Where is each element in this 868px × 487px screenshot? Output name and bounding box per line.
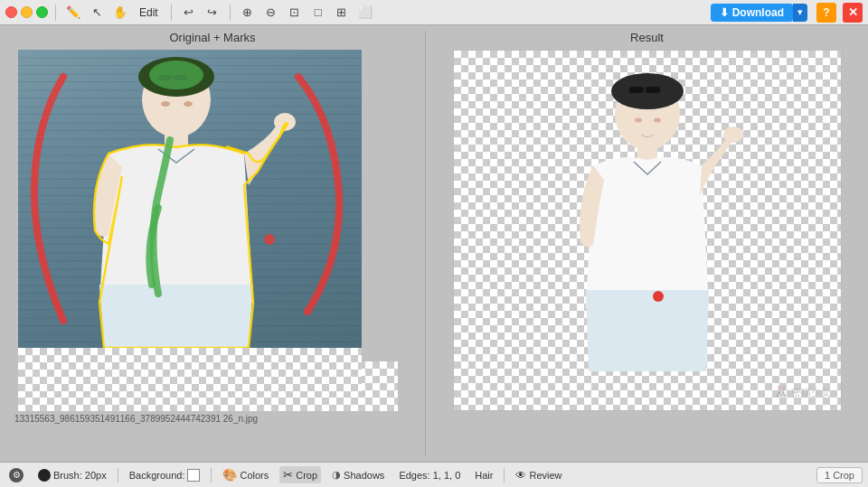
svg-point-12	[264, 234, 275, 245]
brush-label: Brush: 20px	[53, 470, 107, 481]
undo-button[interactable]: ↩	[179, 3, 199, 23]
background-color-swatch[interactable]	[187, 469, 200, 482]
svg-point-20	[654, 118, 661, 123]
shadows-label: Shadows	[344, 470, 384, 481]
grid-tool-button[interactable]: ⊞	[332, 3, 352, 23]
download-dropdown-button[interactable]: ▾	[793, 4, 807, 22]
redo-button[interactable]: ↪	[203, 3, 222, 23]
edges-tool[interactable]: Edges: 1, 1, 0	[395, 468, 464, 482]
review-label: Review	[529, 470, 561, 481]
brush-tool[interactable]: Brush: 20px	[34, 467, 110, 483]
sep1	[118, 468, 118, 482]
sep3	[504, 468, 505, 482]
brush-icon	[38, 469, 51, 482]
svg-rect-16	[646, 87, 660, 93]
edit-menu-button[interactable]: Edit	[134, 5, 164, 21]
bottom-transparent	[18, 348, 362, 393]
red-marks-svg	[18, 50, 362, 348]
download-label: Download	[732, 6, 784, 19]
photo-area	[18, 50, 398, 402]
maximize-traffic-light[interactable]	[36, 6, 48, 18]
close-app-button[interactable]: ✕	[843, 3, 863, 23]
svg-point-18	[723, 126, 743, 143]
crop-tool[interactable]: ✂ Crop	[279, 466, 321, 483]
download-group: ⬇ Download ▾	[711, 4, 807, 22]
crop-label: Crop	[296, 470, 317, 481]
minimize-traffic-light[interactable]	[21, 6, 33, 18]
sep2	[211, 468, 212, 482]
separator2	[171, 5, 172, 21]
hair-tool[interactable]: Hair	[471, 468, 496, 482]
watermark-text: 🐰 密猫少女	[774, 385, 831, 399]
step-crop-label: 1 Crop	[816, 467, 863, 483]
top-toolbar: ✏️ ↖ ✋ Edit ↩ ↪ ⊕ ⊖ ⊡ □ ⊞ ⬜ ⬇ Download ▾…	[0, 0, 868, 25]
left-panel-title: Original + Marks	[170, 31, 256, 44]
bottom-toolbar: ⚙ Brush: 20px Background: 🎨 Colors ✂ Cro…	[0, 462, 868, 487]
right-panel-title: Result	[630, 31, 664, 44]
crop-scissors-icon: ✂	[283, 468, 293, 482]
colors-label: Colors	[240, 470, 269, 481]
download-button[interactable]: ⬇ Download	[711, 4, 793, 22]
help-button[interactable]: ?	[816, 3, 836, 23]
edges-label: Edges: 1, 1, 0	[399, 470, 460, 481]
result-canvas[interactable]: 🐰 密猫少女	[453, 50, 842, 411]
extra-tool-button[interactable]: ⬜	[355, 3, 375, 23]
download-arrow-icon: ⬇	[720, 6, 729, 19]
right-panel: Result	[426, 25, 868, 462]
hand-tool-button[interactable]: ✋	[110, 3, 130, 23]
result-person-svg	[539, 64, 756, 389]
result-red-dot	[653, 291, 664, 302]
review-tool[interactable]: 👁 Review	[512, 467, 565, 483]
filename-area: 13315563_986159351491166_378995244474239…	[5, 411, 420, 426]
background-tool[interactable]: Background:	[126, 467, 204, 483]
eye-icon: 👁	[515, 469, 526, 482]
separator3	[230, 5, 231, 21]
crop-tool-button[interactable]: ⊡	[285, 3, 305, 23]
svg-rect-15	[629, 87, 644, 93]
cursor-tool-button[interactable]: ↖	[87, 3, 107, 23]
wall-bg	[18, 50, 362, 348]
close-traffic-light[interactable]	[5, 6, 17, 18]
shadows-tool[interactable]: ◑ Shadows	[328, 467, 388, 482]
zoom-in-button[interactable]: ⊕	[238, 3, 258, 23]
hair-label: Hair	[475, 470, 493, 481]
pencil-tool-button[interactable]: ✏️	[63, 3, 83, 23]
left-panel: Original + Marks	[0, 25, 425, 462]
colors-icon: 🎨	[222, 468, 237, 482]
left-canvas[interactable]	[9, 50, 416, 411]
svg-point-19	[635, 118, 642, 123]
separator	[55, 5, 56, 21]
rect-tool-button[interactable]: □	[308, 3, 328, 23]
step-indicator: ⚙	[5, 466, 27, 484]
zoom-out-button[interactable]: ⊖	[261, 3, 281, 23]
step-icon: ⚙	[9, 468, 24, 482]
colors-tool[interactable]: 🎨 Colors	[219, 466, 272, 483]
shadows-icon: ◑	[332, 469, 341, 481]
filename-text: 13315563_986159351491166_378995244474239…	[14, 414, 258, 424]
background-label: Background:	[129, 470, 185, 481]
main-area: Original + Marks	[0, 25, 868, 462]
